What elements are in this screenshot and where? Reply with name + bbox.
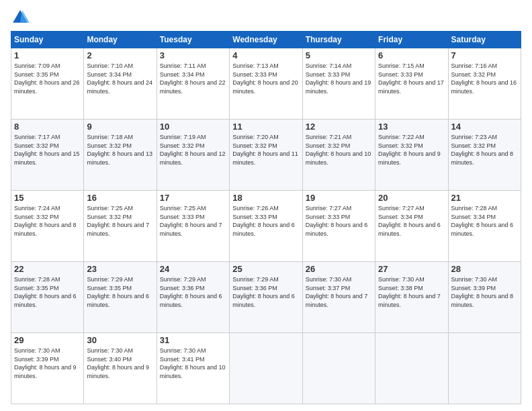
- day-info: Sunrise: 7:17 AM Sunset: 3:32 PM Dayligh…: [14, 133, 81, 167]
- calendar-day-cell: 1 Sunrise: 7:09 AM Sunset: 3:35 PM Dayli…: [11, 48, 84, 120]
- sunrise-time: 7:29 AM: [183, 276, 206, 283]
- day-number: 4: [232, 50, 299, 60]
- sunset-label: Sunset:: [306, 71, 328, 78]
- sunrise-time: 7:14 AM: [329, 62, 351, 69]
- sunset-time: 3:32 PM: [109, 142, 132, 149]
- sunset-time: 3:34 PM: [400, 214, 423, 220]
- sunset-time: 3:38 PM: [400, 285, 423, 291]
- daylight-label: Daylight: 8 hours and 16 minutes.: [451, 79, 517, 95]
- sunset-time: 3:35 PM: [36, 71, 59, 78]
- day-info: Sunrise: 7:11 AM Sunset: 3:34 PM Dayligh…: [160, 62, 226, 95]
- sunset-time: 3:32 PM: [400, 142, 423, 149]
- daylight-label: Daylight: 8 hours and 15 minutes.: [14, 150, 80, 166]
- day-info: Sunrise: 7:29 AM Sunset: 3:36 PM Dayligh…: [232, 275, 299, 309]
- sunrise-label: Sunrise:: [378, 276, 402, 283]
- day-number: 7: [451, 50, 518, 60]
- sunrise-label: Sunrise:: [306, 205, 330, 212]
- daylight-label: Daylight: 8 hours and 7 minutes.: [306, 293, 368, 308]
- calendar-day-cell: 7 Sunrise: 7:16 AM Sunset: 3:32 PM Dayli…: [448, 48, 521, 120]
- calendar-day-cell: 2 Sunrise: 7:10 AM Sunset: 3:34 PM Dayli…: [84, 48, 157, 120]
- sunrise-time: 7:10 AM: [111, 62, 133, 69]
- sunset-label: Sunset:: [378, 142, 400, 149]
- calendar-day-cell: 28 Sunrise: 7:30 AM Sunset: 3:39 PM Dayl…: [448, 262, 521, 333]
- daylight-label: Daylight: 8 hours and 9 minutes.: [14, 364, 77, 379]
- sunset-time: 3:32 PM: [328, 142, 351, 149]
- day-number: 26: [306, 264, 372, 274]
- sunrise-label: Sunrise:: [14, 347, 38, 354]
- day-info: Sunrise: 7:09 AM Sunset: 3:35 PM Dayligh…: [14, 62, 81, 95]
- day-info: Sunrise: 7:13 AM Sunset: 3:33 PM Dayligh…: [232, 62, 299, 95]
- day-number: 28: [451, 264, 518, 274]
- sunset-time: 3:41 PM: [182, 356, 205, 363]
- sunrise-time: 7:30 AM: [111, 347, 133, 354]
- sunset-label: Sunset:: [306, 142, 328, 149]
- sunrise-label: Sunrise:: [232, 134, 257, 140]
- daylight-label: Daylight: 8 hours and 12 minutes.: [160, 150, 226, 166]
- day-number: 8: [14, 122, 81, 132]
- calendar-day-cell: 27 Sunrise: 7:30 AM Sunset: 3:38 PM Dayl…: [375, 262, 448, 333]
- sunset-label: Sunset:: [232, 285, 255, 291]
- day-number: 11: [232, 122, 299, 132]
- sunrise-label: Sunrise:: [14, 205, 38, 212]
- sunrise-label: Sunrise:: [87, 62, 111, 69]
- sunrise-time: 7:30 AM: [183, 347, 206, 354]
- sunrise-label: Sunrise:: [160, 62, 184, 69]
- day-info: Sunrise: 7:30 AM Sunset: 3:39 PM Dayligh…: [14, 347, 81, 380]
- sunrise-label: Sunrise:: [160, 134, 184, 140]
- calendar-day-cell: 5 Sunrise: 7:14 AM Sunset: 3:33 PM Dayli…: [302, 48, 375, 120]
- calendar-day-header: Thursday: [302, 32, 375, 48]
- sunrise-time: 7:11 AM: [183, 62, 206, 69]
- calendar-day-cell: 3 Sunrise: 7:11 AM Sunset: 3:34 PM Dayli…: [157, 48, 229, 120]
- sunrise-time: 7:30 AM: [38, 347, 60, 354]
- sunset-label: Sunset:: [160, 356, 182, 363]
- day-info: Sunrise: 7:23 AM Sunset: 3:32 PM Dayligh…: [451, 133, 518, 167]
- calendar-header-row: SundayMondayTuesdayWednesdayThursdayFrid…: [11, 32, 521, 48]
- sunset-label: Sunset:: [160, 285, 182, 291]
- calendar-day-cell: 13 Sunrise: 7:22 AM Sunset: 3:32 PM Dayl…: [375, 120, 448, 191]
- calendar-day-header: Sunday: [11, 32, 84, 48]
- daylight-label: Daylight: 8 hours and 10 minutes.: [160, 364, 226, 379]
- sunset-label: Sunset:: [306, 285, 328, 291]
- sunset-time: 3:32 PM: [474, 71, 496, 78]
- sunrise-time: 7:30 AM: [475, 276, 497, 283]
- daylight-label: Daylight: 8 hours and 8 minutes.: [451, 293, 514, 308]
- sunrise-time: 7:28 AM: [38, 276, 60, 283]
- daylight-label: Daylight: 8 hours and 8 minutes.: [14, 222, 77, 237]
- day-number: 20: [378, 193, 445, 203]
- calendar-week-row: 1 Sunrise: 7:09 AM Sunset: 3:35 PM Dayli…: [11, 48, 521, 120]
- daylight-label: Daylight: 8 hours and 6 minutes.: [14, 293, 77, 308]
- sunrise-time: 7:13 AM: [257, 62, 279, 69]
- sunrise-label: Sunrise:: [378, 62, 402, 69]
- day-number: 19: [306, 193, 372, 203]
- sunset-label: Sunset:: [451, 214, 474, 220]
- sunrise-time: 7:18 AM: [111, 134, 133, 140]
- calendar-day-cell: 26 Sunrise: 7:30 AM Sunset: 3:37 PM Dayl…: [302, 262, 375, 333]
- calendar-day-cell: 18 Sunrise: 7:26 AM Sunset: 3:33 PM Dayl…: [230, 191, 302, 262]
- sunset-time: 3:32 PM: [36, 214, 59, 220]
- daylight-label: Daylight: 8 hours and 6 minutes.: [306, 222, 368, 237]
- daylight-label: Daylight: 8 hours and 24 minutes.: [87, 79, 152, 95]
- sunrise-label: Sunrise:: [306, 276, 330, 283]
- daylight-label: Daylight: 8 hours and 6 minutes.: [160, 293, 222, 308]
- calendar-day-cell: 20 Sunrise: 7:27 AM Sunset: 3:34 PM Dayl…: [375, 191, 448, 262]
- sunset-time: 3:36 PM: [255, 285, 277, 291]
- sunrise-label: Sunrise:: [14, 276, 38, 283]
- daylight-label: Daylight: 8 hours and 17 minutes.: [378, 79, 444, 95]
- sunset-time: 3:32 PM: [182, 142, 205, 149]
- daylight-label: Daylight: 8 hours and 7 minutes.: [160, 222, 222, 237]
- header: [11, 8, 521, 27]
- sunset-time: 3:32 PM: [36, 142, 59, 149]
- sunset-label: Sunset:: [160, 142, 182, 149]
- sunrise-time: 7:25 AM: [183, 205, 206, 212]
- calendar-day-cell: 16 Sunrise: 7:25 AM Sunset: 3:32 PM Dayl…: [84, 191, 157, 262]
- daylight-label: Daylight: 8 hours and 7 minutes.: [87, 222, 149, 237]
- calendar-day-cell: 31 Sunrise: 7:30 AM Sunset: 3:41 PM Dayl…: [157, 333, 229, 404]
- sunset-time: 3:40 PM: [109, 356, 132, 363]
- day-number: 25: [232, 264, 299, 274]
- sunset-time: 3:33 PM: [328, 214, 351, 220]
- sunset-time: 3:33 PM: [255, 214, 277, 220]
- sunrise-label: Sunrise:: [378, 134, 402, 140]
- calendar-day-cell: [230, 333, 302, 404]
- daylight-label: Daylight: 8 hours and 9 minutes.: [378, 150, 441, 166]
- sunrise-time: 7:28 AM: [475, 205, 497, 212]
